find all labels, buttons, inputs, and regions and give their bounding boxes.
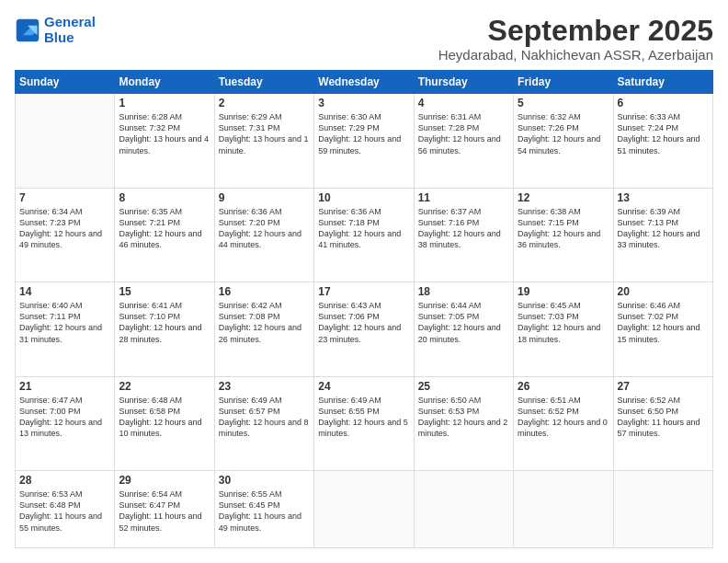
calendar-week-row: 21Sunrise: 6:47 AMSunset: 7:00 PMDayligh… (16, 376, 713, 470)
day-number: 26 (518, 380, 609, 393)
day-number: 11 (418, 191, 509, 204)
table-row (514, 471, 613, 548)
day-number: 13 (618, 191, 709, 204)
table-row: 22Sunrise: 6:48 AMSunset: 6:58 PMDayligh… (115, 376, 214, 470)
day-info: Sunrise: 6:40 AMSunset: 7:11 PMDaylight:… (19, 300, 110, 345)
day-info: Sunrise: 6:41 AMSunset: 7:10 PMDaylight:… (119, 300, 210, 345)
table-row (414, 471, 513, 548)
day-number: 29 (119, 474, 210, 487)
day-info: Sunrise: 6:43 AMSunset: 7:06 PMDaylight:… (318, 300, 409, 345)
header-saturday: Saturday (613, 71, 712, 94)
day-number: 20 (618, 285, 709, 298)
table-row: 8Sunrise: 6:35 AMSunset: 7:21 PMDaylight… (115, 188, 214, 282)
day-number: 2 (219, 97, 310, 109)
day-number: 10 (318, 191, 409, 204)
day-info: Sunrise: 6:53 AMSunset: 6:48 PMDaylight:… (19, 488, 110, 534)
day-number: 8 (119, 191, 210, 204)
calendar-week-row: 14Sunrise: 6:40 AMSunset: 7:11 PMDayligh… (16, 282, 713, 376)
table-row: 16Sunrise: 6:42 AMSunset: 7:08 PMDayligh… (214, 282, 313, 376)
logo-icon (15, 17, 40, 43)
table-row: 5Sunrise: 6:32 AMSunset: 7:26 PMDaylight… (514, 94, 613, 188)
calendar-week-row: 1Sunrise: 6:28 AMSunset: 7:32 PMDaylight… (16, 94, 713, 188)
logo-text: General Blue (44, 15, 96, 45)
day-number: 22 (119, 380, 210, 393)
header: General Blue September 2025 Heydarabad, … (15, 15, 713, 63)
header-monday: Monday (115, 71, 214, 94)
table-row: 6Sunrise: 6:33 AMSunset: 7:24 PMDaylight… (613, 94, 712, 188)
title-area: September 2025 Heydarabad, Nakhichevan A… (438, 15, 713, 63)
day-number: 9 (219, 191, 310, 204)
table-row: 24Sunrise: 6:49 AMSunset: 6:55 PMDayligh… (314, 376, 414, 470)
day-number: 18 (418, 285, 509, 298)
table-row: 23Sunrise: 6:49 AMSunset: 6:57 PMDayligh… (214, 376, 313, 470)
table-row: 21Sunrise: 6:47 AMSunset: 7:00 PMDayligh… (16, 376, 115, 470)
day-info: Sunrise: 6:33 AMSunset: 7:24 PMDaylight:… (618, 111, 709, 156)
day-info: Sunrise: 6:51 AMSunset: 6:52 PMDaylight:… (518, 395, 609, 440)
table-row: 25Sunrise: 6:50 AMSunset: 6:53 PMDayligh… (414, 376, 513, 470)
day-info: Sunrise: 6:50 AMSunset: 6:53 PMDaylight:… (418, 395, 509, 440)
day-info: Sunrise: 6:35 AMSunset: 7:21 PMDaylight:… (119, 206, 210, 251)
day-number: 25 (418, 380, 509, 393)
location-subtitle: Heydarabad, Nakhichevan ASSR, Azerbaijan (438, 47, 713, 63)
table-row: 29Sunrise: 6:54 AMSunset: 6:47 PMDayligh… (115, 471, 214, 548)
day-number: 7 (19, 191, 110, 204)
page: General Blue September 2025 Heydarabad, … (0, 0, 728, 563)
table-row: 20Sunrise: 6:46 AMSunset: 7:02 PMDayligh… (613, 282, 712, 376)
logo-general: General (44, 14, 96, 29)
day-number: 16 (219, 285, 310, 298)
day-info: Sunrise: 6:47 AMSunset: 7:00 PMDaylight:… (19, 395, 110, 440)
day-number: 19 (518, 285, 609, 298)
table-row: 15Sunrise: 6:41 AMSunset: 7:10 PMDayligh… (115, 282, 214, 376)
day-info: Sunrise: 6:54 AMSunset: 6:47 PMDaylight:… (119, 488, 210, 534)
day-number: 1 (119, 97, 210, 109)
header-wednesday: Wednesday (314, 71, 414, 94)
day-info: Sunrise: 6:28 AMSunset: 7:32 PMDaylight:… (119, 111, 210, 156)
day-info: Sunrise: 6:36 AMSunset: 7:20 PMDaylight:… (219, 206, 310, 251)
day-info: Sunrise: 6:49 AMSunset: 6:55 PMDaylight:… (318, 395, 409, 440)
header-thursday: Thursday (414, 71, 513, 94)
day-info: Sunrise: 6:36 AMSunset: 7:18 PMDaylight:… (318, 206, 409, 251)
table-row (314, 471, 414, 548)
day-info: Sunrise: 6:38 AMSunset: 7:15 PMDaylight:… (518, 206, 609, 251)
table-row: 4Sunrise: 6:31 AMSunset: 7:28 PMDaylight… (414, 94, 513, 188)
table-row: 17Sunrise: 6:43 AMSunset: 7:06 PMDayligh… (314, 282, 414, 376)
table-row: 3Sunrise: 6:30 AMSunset: 7:29 PMDaylight… (314, 94, 414, 188)
day-number: 15 (119, 285, 210, 298)
day-info: Sunrise: 6:34 AMSunset: 7:23 PMDaylight:… (19, 206, 110, 251)
header-friday: Friday (514, 71, 613, 94)
day-info: Sunrise: 6:32 AMSunset: 7:26 PMDaylight:… (518, 111, 609, 156)
day-number: 12 (518, 191, 609, 204)
table-row: 18Sunrise: 6:44 AMSunset: 7:05 PMDayligh… (414, 282, 513, 376)
table-row: 10Sunrise: 6:36 AMSunset: 7:18 PMDayligh… (314, 188, 414, 282)
day-number: 3 (318, 97, 409, 109)
calendar-week-row: 7Sunrise: 6:34 AMSunset: 7:23 PMDaylight… (16, 188, 713, 282)
day-number: 23 (219, 380, 310, 393)
day-number: 14 (19, 285, 110, 298)
day-info: Sunrise: 6:30 AMSunset: 7:29 PMDaylight:… (318, 111, 409, 156)
day-info: Sunrise: 6:52 AMSunset: 6:50 PMDaylight:… (618, 395, 709, 440)
table-row: 26Sunrise: 6:51 AMSunset: 6:52 PMDayligh… (514, 376, 613, 470)
table-row: 9Sunrise: 6:36 AMSunset: 7:20 PMDaylight… (214, 188, 313, 282)
header-tuesday: Tuesday (214, 71, 313, 94)
logo: General Blue (15, 15, 96, 45)
calendar-week-row: 28Sunrise: 6:53 AMSunset: 6:48 PMDayligh… (16, 471, 713, 548)
table-row: 7Sunrise: 6:34 AMSunset: 7:23 PMDaylight… (16, 188, 115, 282)
calendar-header-row: Sunday Monday Tuesday Wednesday Thursday… (16, 71, 713, 94)
day-info: Sunrise: 6:29 AMSunset: 7:31 PMDaylight:… (219, 111, 310, 156)
day-number: 28 (19, 474, 110, 487)
month-year-title: September 2025 (438, 15, 713, 47)
day-number: 17 (318, 285, 409, 298)
table-row: 30Sunrise: 6:55 AMSunset: 6:45 PMDayligh… (214, 471, 313, 548)
table-row: 19Sunrise: 6:45 AMSunset: 7:03 PMDayligh… (514, 282, 613, 376)
day-info: Sunrise: 6:46 AMSunset: 7:02 PMDaylight:… (618, 300, 709, 345)
table-row: 1Sunrise: 6:28 AMSunset: 7:32 PMDaylight… (115, 94, 214, 188)
day-number: 30 (219, 474, 310, 487)
day-info: Sunrise: 6:55 AMSunset: 6:45 PMDaylight:… (219, 488, 310, 534)
table-row (16, 94, 115, 188)
calendar-table: Sunday Monday Tuesday Wednesday Thursday… (15, 70, 713, 548)
day-number: 5 (518, 97, 609, 109)
day-number: 24 (318, 380, 409, 393)
table-row: 14Sunrise: 6:40 AMSunset: 7:11 PMDayligh… (16, 282, 115, 376)
day-info: Sunrise: 6:48 AMSunset: 6:58 PMDaylight:… (119, 395, 210, 440)
table-row: 2Sunrise: 6:29 AMSunset: 7:31 PMDaylight… (214, 94, 313, 188)
